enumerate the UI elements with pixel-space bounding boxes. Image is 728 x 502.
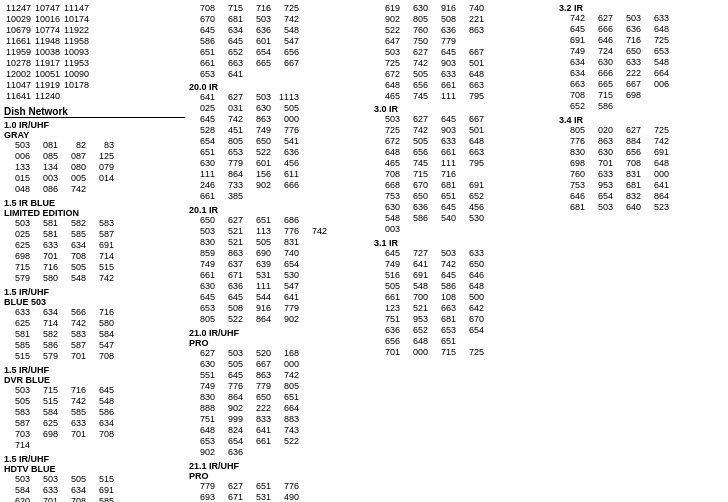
number-cell: 654 bbox=[189, 136, 217, 147]
number-cell: 953 bbox=[402, 314, 430, 325]
number-cell: 586 bbox=[88, 407, 116, 418]
number-cell: 134 bbox=[32, 162, 60, 173]
sub-section-sublabel: GRAY bbox=[4, 130, 185, 140]
number-cell: 111 bbox=[189, 169, 217, 180]
number-cell: 625 bbox=[32, 418, 60, 429]
section-table: 6506276516865035211137767428305215058318… bbox=[189, 215, 329, 325]
number-cell: 601 bbox=[245, 158, 273, 169]
number-cell: 634 bbox=[217, 25, 245, 36]
number-cell: 633 bbox=[615, 57, 643, 68]
number-cell: 83 bbox=[88, 140, 116, 151]
number-cell: 630 bbox=[189, 158, 217, 169]
number-cell: 654 bbox=[458, 325, 486, 336]
number-cell: 582 bbox=[32, 329, 60, 340]
number-cell: 648 bbox=[374, 80, 402, 91]
number-cell: 656 bbox=[273, 47, 301, 58]
number-cell: 634 bbox=[559, 57, 587, 68]
number-cell: 548 bbox=[374, 213, 402, 224]
number-cell: 863 bbox=[587, 136, 615, 147]
number-cell: 646 bbox=[458, 270, 486, 281]
number-cell: 701 bbox=[60, 351, 88, 362]
number-cell bbox=[245, 447, 273, 458]
number-cell: 830 bbox=[189, 237, 217, 248]
number-cell: 014 bbox=[88, 173, 116, 184]
number-cell: 648 bbox=[458, 136, 486, 147]
number-cell: 633 bbox=[60, 418, 88, 429]
number-cell: 551 bbox=[189, 370, 217, 381]
number-cell: 505 bbox=[273, 103, 301, 114]
number-cell: 541 bbox=[273, 136, 301, 147]
number-cell: 864 bbox=[217, 392, 245, 403]
number-cell: 953 bbox=[587, 180, 615, 191]
number-cell: 503 bbox=[245, 14, 273, 25]
number-cell: 10178 bbox=[62, 80, 91, 91]
column-4: 3.2 IR7426275036336456666366486916467167… bbox=[557, 2, 728, 502]
number-cell: 708 bbox=[374, 169, 402, 180]
number-cell bbox=[32, 440, 60, 451]
number-cell: 000 bbox=[643, 169, 671, 180]
number-cell: 500 bbox=[458, 292, 486, 303]
number-cell: 651 bbox=[189, 47, 217, 58]
section-label: 3.1 IR bbox=[374, 238, 555, 248]
number-cell: 653 bbox=[430, 325, 458, 336]
section-label: 21.1 IR/UHF bbox=[189, 461, 370, 471]
number-cell: 642 bbox=[458, 303, 486, 314]
number-cell: 503 bbox=[587, 202, 615, 213]
number-cell: 12002 bbox=[4, 69, 33, 80]
number-cell: 508 bbox=[217, 303, 245, 314]
number-cell: 663 bbox=[430, 303, 458, 314]
number-cell bbox=[88, 184, 116, 195]
number-cell: 656 bbox=[402, 147, 430, 158]
section-table: 6457275036337496417426505166916456465055… bbox=[374, 248, 486, 358]
number-cell bbox=[458, 36, 486, 47]
number-cell: 503 bbox=[615, 13, 643, 24]
number-cell: 025 bbox=[4, 229, 32, 240]
number-cell: 584 bbox=[88, 329, 116, 340]
number-cell: 681 bbox=[615, 180, 643, 191]
number-cell: 776 bbox=[273, 481, 301, 492]
number-cell: 006 bbox=[4, 151, 32, 162]
number-cell: 645 bbox=[88, 385, 116, 396]
number-cell: 651 bbox=[430, 191, 458, 202]
number-cell: 664 bbox=[643, 68, 671, 79]
number-cell: 663 bbox=[217, 58, 245, 69]
section-table: 7426275036336456666366486916467167257497… bbox=[559, 13, 671, 112]
number-cell bbox=[643, 90, 671, 101]
number-cell: 515 bbox=[32, 396, 60, 407]
number-cell: 630 bbox=[374, 202, 402, 213]
number-cell: 715 bbox=[217, 3, 245, 14]
number-cell: 633 bbox=[643, 13, 671, 24]
section-table: 5030818283006085087125133134080079015003… bbox=[4, 140, 116, 195]
number-cell: 10679 bbox=[4, 25, 33, 36]
number-cell: 691 bbox=[88, 240, 116, 251]
section-table: 5035815825830255815855876256336346916987… bbox=[4, 218, 116, 284]
number-cell: 663 bbox=[559, 79, 587, 90]
number-cell: 725 bbox=[374, 125, 402, 136]
number-cell: 665 bbox=[245, 58, 273, 69]
number-cell: 020 bbox=[587, 125, 615, 136]
number-cell: 903 bbox=[430, 125, 458, 136]
number-cell: 661 bbox=[430, 80, 458, 91]
section-label: 20.1 IR bbox=[189, 205, 370, 215]
number-cell: 547 bbox=[88, 340, 116, 351]
number-cell: 645 bbox=[189, 114, 217, 125]
number-cell: 795 bbox=[458, 158, 486, 169]
number-cell: 681 bbox=[559, 202, 587, 213]
sub-section: 1.5 IR/UHFHDTV BLUE503503505515584633634… bbox=[4, 454, 185, 502]
number-cell: 742 bbox=[643, 136, 671, 147]
number-cell: 647 bbox=[374, 36, 402, 47]
number-cell: 832 bbox=[615, 191, 643, 202]
number-cell: 156 bbox=[245, 169, 273, 180]
number-cell: 586 bbox=[189, 36, 217, 47]
number-cell bbox=[643, 101, 671, 112]
number-cell: 701 bbox=[587, 158, 615, 169]
number-cell: 693 bbox=[189, 492, 217, 502]
number-cell: 653 bbox=[643, 46, 671, 57]
number-cell: 10051 bbox=[33, 69, 62, 80]
number-cell: 636 bbox=[430, 25, 458, 36]
sub-section: 1.5 IR BLUELIMITED EDITION50358158258302… bbox=[4, 198, 185, 284]
number-cell: 667 bbox=[273, 58, 301, 69]
number-cell: 833 bbox=[245, 414, 273, 425]
number-cell: 716 bbox=[430, 169, 458, 180]
number-cell: 902 bbox=[273, 314, 301, 325]
